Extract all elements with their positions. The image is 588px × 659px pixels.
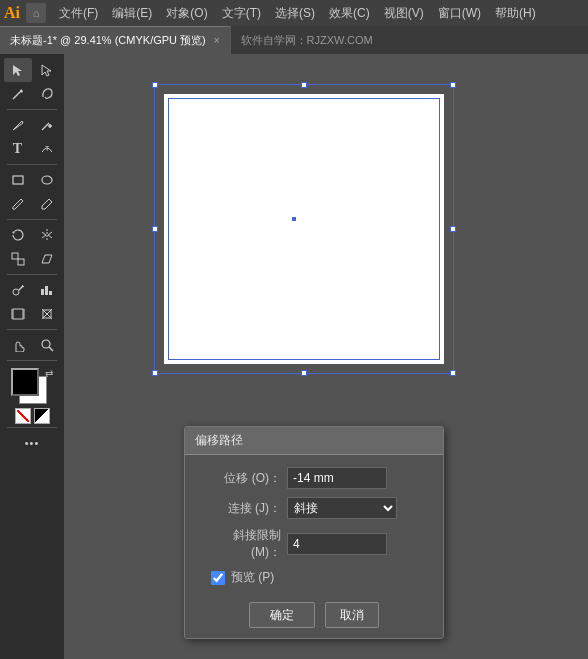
menu-object[interactable]: 对象(O) [159, 3, 214, 24]
tool-shear[interactable] [33, 247, 61, 271]
tool-row-7 [0, 223, 64, 247]
menu-file[interactable]: 文件(F) [52, 3, 105, 24]
svg-text:T: T [45, 145, 50, 152]
small-swatches [15, 408, 50, 424]
svg-line-4 [20, 121, 22, 123]
color-area: ⇄ [11, 368, 53, 424]
handle-top-right[interactable] [450, 82, 456, 88]
handle-bottom-left[interactable] [152, 370, 158, 376]
menu-window[interactable]: 窗口(W) [431, 3, 488, 24]
tool-paintbrush[interactable] [4, 192, 32, 216]
tool-magic-wand[interactable] [4, 82, 32, 106]
tool-rect[interactable] [4, 168, 32, 192]
center-dot [292, 217, 296, 221]
tool-add-anchor[interactable] [33, 113, 61, 137]
divider-4 [7, 274, 57, 275]
offset-label: 位移 (O)： [201, 470, 281, 487]
join-row: 连接 (J)： 斜接 圆形 斜角 [201, 497, 427, 519]
cancel-button[interactable]: 取消 [325, 602, 379, 628]
dialog-body: 位移 (O)： 连接 (J)： 斜接 圆形 斜角 斜接限制 (M)： [185, 455, 443, 596]
tool-rotate[interactable] [4, 223, 32, 247]
miter-label: 斜接限制 (M)： [201, 527, 281, 561]
svg-rect-19 [49, 291, 52, 295]
handle-bottom-right[interactable] [450, 370, 456, 376]
tab-close-button[interactable]: × [214, 35, 220, 46]
svg-rect-8 [13, 176, 23, 184]
svg-rect-17 [41, 289, 44, 295]
svg-rect-18 [45, 286, 48, 295]
canvas-area[interactable]: 偏移路径 位移 (O)： 连接 (J)： 斜接 圆形 斜角 斜接限制 (M)： [64, 54, 588, 659]
svg-point-24 [42, 340, 50, 348]
divider-3 [7, 219, 57, 220]
toolbar-left: T T [0, 54, 64, 659]
divider-6 [7, 360, 57, 361]
tool-direct-select[interactable] [33, 58, 61, 82]
svg-point-9 [42, 176, 52, 184]
tabbar: 未标题-1* @ 29.41% (CMYK/GPU 预览) × 软件自学网：RJ… [0, 26, 588, 54]
tool-reflect[interactable] [33, 223, 61, 247]
menu-effect[interactable]: 效果(C) [322, 3, 377, 24]
miter-input[interactable] [287, 533, 387, 555]
menu-select[interactable]: 选择(S) [268, 3, 322, 24]
svg-line-25 [49, 347, 53, 351]
handle-middle-right[interactable] [450, 226, 456, 232]
tool-zoom[interactable] [33, 333, 61, 357]
tool-row-11 [0, 333, 64, 357]
menubar: Ai ⌂ 文件(F) 编辑(E) 对象(O) 文字(T) 选择(S) 效果(C)… [0, 0, 588, 26]
tool-row-4: T T [0, 137, 64, 161]
menu-edit[interactable]: 编辑(E) [105, 3, 159, 24]
menu-text[interactable]: 文字(T) [215, 3, 268, 24]
tool-ellipse[interactable] [33, 168, 61, 192]
svg-line-2 [13, 91, 21, 99]
tool-row-5 [0, 168, 64, 192]
tab-active[interactable]: 未标题-1* @ 29.41% (CMYK/GPU 预览) × [0, 26, 230, 54]
svg-marker-10 [12, 231, 15, 234]
swatch-foreground[interactable] [11, 368, 39, 396]
menu-help[interactable]: 帮助(H) [488, 3, 543, 24]
divider-1 [7, 109, 57, 110]
tool-scale[interactable] [4, 247, 32, 271]
swatch-none[interactable] [15, 408, 31, 424]
swap-icon[interactable]: ⇄ [45, 368, 53, 379]
dialog-buttons: 确定 取消 [185, 596, 443, 638]
tool-artboard[interactable] [4, 302, 32, 326]
miter-row: 斜接限制 (M)： [201, 527, 427, 561]
tool-row-9 [0, 278, 64, 302]
handle-top-center[interactable] [301, 82, 307, 88]
svg-line-15 [19, 286, 23, 290]
tool-column-chart[interactable] [33, 278, 61, 302]
swatch-half[interactable] [34, 408, 50, 424]
color-swatches: ⇄ [11, 368, 53, 406]
svg-point-14 [13, 289, 19, 295]
offset-row: 位移 (O)： [201, 467, 427, 489]
join-label: 连接 (J)： [201, 500, 281, 517]
tool-pen[interactable] [4, 113, 32, 137]
tool-hand[interactable] [4, 333, 32, 357]
handle-top-left[interactable] [152, 82, 158, 88]
tool-symbol-spray[interactable] [4, 278, 32, 302]
dialog-title: 偏移路径 [185, 427, 443, 455]
svg-marker-1 [42, 65, 51, 76]
tool-more[interactable]: ••• [18, 431, 46, 455]
ok-button[interactable]: 确定 [249, 602, 315, 628]
handle-middle-left[interactable] [152, 226, 158, 232]
tab-inactive[interactable]: 软件自学网：RJZXW.COM [230, 26, 383, 54]
tool-row-6 [0, 192, 64, 216]
tool-text-path[interactable]: T [33, 137, 61, 161]
join-select[interactable]: 斜接 圆形 斜角 [287, 497, 397, 519]
tool-text[interactable]: T [4, 137, 32, 161]
home-icon[interactable]: ⌂ [26, 3, 46, 23]
ai-logo: Ai [4, 4, 20, 22]
handle-bottom-center[interactable] [301, 370, 307, 376]
artboard [164, 94, 444, 364]
tool-slice[interactable] [33, 302, 61, 326]
menu-view[interactable]: 视图(V) [377, 3, 431, 24]
tool-lasso[interactable] [33, 82, 61, 106]
tool-row-1 [0, 58, 64, 82]
preview-label: 预览 (P) [231, 569, 274, 586]
tool-pencil[interactable] [33, 192, 61, 216]
tool-select[interactable] [4, 58, 32, 82]
preview-checkbox[interactable] [211, 571, 225, 585]
offset-input[interactable] [287, 467, 387, 489]
svg-rect-12 [12, 253, 18, 259]
